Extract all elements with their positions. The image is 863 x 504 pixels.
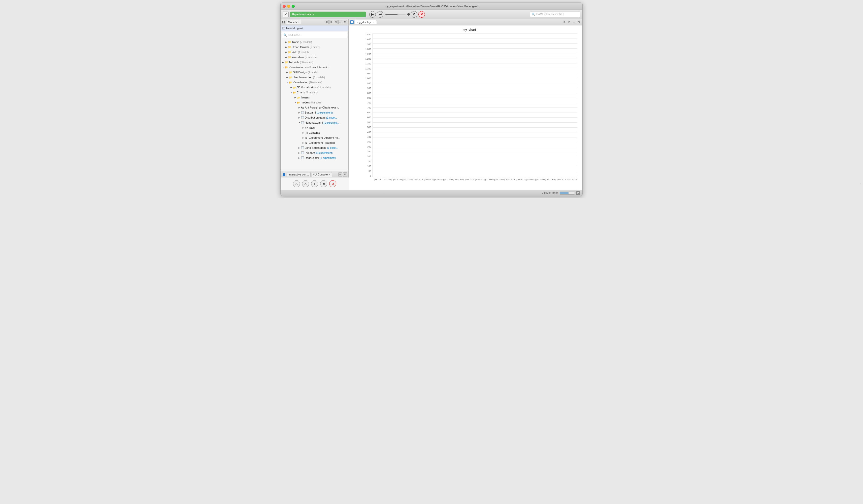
y-axis-label: 1,050: [365, 73, 371, 75]
tree-item-heatmap-gaml[interactable]: ▼ Heatmap.gaml (1 experime...: [280, 120, 348, 125]
y-axis: 1,4501,4001,3501,3001,2501,2001,1501,100…: [361, 34, 373, 177]
panel-icon-1[interactable]: ⊞: [325, 20, 329, 24]
tree-item-long-series[interactable]: ▶ Long Series.gaml (1 exper...: [280, 145, 348, 150]
panel-icon: [282, 21, 285, 24]
console-icon-2[interactable]: ✕: [343, 172, 347, 177]
status-label: Experiment ready: [292, 13, 314, 16]
tree-item-urban-growth[interactable]: ▶ 📁 Urban Growth (1 model): [280, 44, 348, 50]
maximize-button[interactable]: [292, 5, 295, 8]
svg-rect-24: [578, 193, 579, 194]
tree-arrow-ant: ▶: [298, 106, 301, 109]
console-tab[interactable]: 💬 Console ✕: [312, 172, 332, 177]
toolbar: Experiment ready ▶ ⏭ ↺ ✕ 🔍 GAML referenc…: [280, 10, 583, 19]
tree-item-visualization[interactable]: ▼ 📂 Visualization (20 models): [280, 80, 348, 85]
interactive-tab-label: Interactive con...: [288, 173, 309, 176]
tree-item-exp-different[interactable]: ▶ ▶ Experiment Different he...: [280, 135, 348, 140]
display-icon-filter[interactable]: ⊞: [562, 20, 566, 24]
console-btn-a1[interactable]: A: [293, 180, 300, 187]
tree-item-waterflow[interactable]: ▶ 📁 Waterflow (5 models): [280, 55, 348, 60]
svg-rect-14: [303, 121, 303, 124]
tree-arrow-tags: ▶: [302, 126, 305, 129]
play-button[interactable]: ▶: [369, 11, 376, 18]
x-axis-label: [25.0:30.0]: [424, 177, 434, 181]
speed-slider[interactable]: [385, 14, 405, 15]
x-axis-label: [50.0:55.0]: [475, 177, 485, 181]
console-btn-pause[interactable]: ⏸: [311, 180, 318, 187]
tree-arrow-contents: ▶: [302, 131, 305, 134]
y-axis-label: 550: [367, 121, 371, 124]
console-btn-stop2[interactable]: ⊘: [329, 180, 336, 187]
display-icon-minimize[interactable]: —: [572, 20, 576, 24]
tree-item-tutorials[interactable]: ▶ 📁 Tutorials (30 models): [280, 60, 348, 65]
tree-item-vote[interactable]: ▶ 📁 Vote (1 model): [280, 50, 348, 55]
svg-rect-2: [283, 22, 283, 23]
tree-arrow-distribution: ▶: [298, 116, 301, 119]
tree-item-radar-gaml[interactable]: ▶ Radar.gaml (1 experiment): [280, 155, 348, 160]
minimize-button[interactable]: [287, 5, 290, 8]
tree-item-viz-user[interactable]: ▼ 📂 Visualization and User Interactio...: [280, 65, 348, 70]
models-tab[interactable]: Models ✕: [286, 20, 301, 24]
tree-item-ant-foraging[interactable]: ▶ 🐜 Ant Foraging (Charts exam...: [280, 105, 348, 110]
interactive-icon: 👤: [282, 173, 286, 176]
y-axis-label: 350: [367, 141, 371, 143]
x-axis-label: [60.0:65.0]: [495, 177, 505, 181]
display-tab[interactable]: my_display ✕: [355, 20, 377, 24]
y-axis-label: 1,350: [365, 43, 371, 46]
tree-folder-icon-vote: 📁: [288, 50, 291, 54]
models-tab-close[interactable]: ✕: [298, 21, 300, 23]
tree-item-tags[interactable]: ▶ 🏷 Tags: [280, 125, 348, 130]
panel-icon-5[interactable]: ✕: [343, 20, 347, 24]
tree-item-user-interaction[interactable]: ▶ 📁 User Interaction (6 models): [280, 75, 348, 80]
tree-item-gui[interactable]: ▶ 📁 GUI Design (1 model): [280, 70, 348, 75]
console-icon-1[interactable]: —: [338, 172, 342, 177]
traffic-lights: [283, 5, 295, 8]
tree-item-distribution-gaml[interactable]: ▶ Distribution.gaml (1 exper...: [280, 115, 348, 120]
y-axis-label: 1,400: [365, 38, 371, 40]
tree-item-contents[interactable]: ▶ ◎ Contents: [280, 130, 348, 135]
reset-button[interactable]: ↺: [411, 11, 417, 18]
display-icon-maximize[interactable]: ⊡: [577, 20, 581, 24]
tree-item-traffic[interactable]: ▶ 📁 Traffic (2 models): [280, 40, 348, 44]
svg-rect-11: [303, 117, 303, 118]
bottom-panel-header: 👤 Interactive con... 💬 Console ✕ — ✕: [280, 171, 348, 178]
tree-arrow-models-folder: ▼: [294, 101, 297, 104]
gaml-search[interactable]: 🔍 GAML reference (⌥⌘H): [530, 12, 580, 17]
tree-item-models-folder[interactable]: ▼ 📂 models (8 models): [280, 100, 348, 105]
console-btn-a2[interactable]: A: [302, 180, 309, 187]
step-button[interactable]: ⏭: [377, 11, 384, 18]
x-axis-label: [45.0:50.0]: [464, 177, 475, 181]
tree-arrow-long: ▶: [298, 146, 301, 149]
tree-search[interactable]: 🔍 Find model...: [282, 32, 347, 38]
file-icon: [282, 27, 285, 29]
close-button[interactable]: [283, 5, 286, 8]
tree-item-pie-gaml[interactable]: ▶ Pie.gaml (1 experiment): [280, 150, 348, 155]
tree-file-icon-ant: 🐜: [301, 106, 304, 109]
slider-handle[interactable]: [407, 13, 410, 16]
svg-rect-5: [283, 27, 284, 27]
trash-icon[interactable]: [576, 191, 580, 195]
x-axis-label: [65.0:70.0]: [505, 177, 516, 181]
panel-icons: ⊞ ⊟ ◻ — ✕: [325, 20, 347, 24]
console-tab-close[interactable]: ✕: [328, 173, 330, 176]
tree-item-bar-gaml[interactable]: ▶ Bar.gaml (1 experiment): [280, 110, 348, 115]
panel-icon-3[interactable]: ◻: [334, 20, 338, 24]
memory-fill: [560, 192, 568, 194]
tree-item-exp-heatmap[interactable]: ▶ ▶ Experiment Heatmap: [280, 140, 348, 145]
panel-icon-2[interactable]: ⊟: [329, 20, 333, 24]
display-tab-close[interactable]: ✕: [373, 21, 375, 23]
tree-item-3d-viz[interactable]: ▶ 📁 3D Visualization (11 models): [280, 85, 348, 90]
grid-icon: [282, 21, 285, 24]
interactive-tab[interactable]: Interactive con...: [287, 172, 311, 177]
display-icon-sync[interactable]: ⊟: [567, 20, 571, 24]
tree-item-charts[interactable]: ▼ 📂 Charts (8 models): [280, 90, 348, 95]
stop-button[interactable]: ✕: [418, 11, 425, 18]
svg-rect-0: [283, 21, 283, 22]
y-axis-label: 950: [367, 82, 371, 85]
panel-icon-4[interactable]: —: [338, 20, 342, 24]
chart-inner: 1,4501,4001,3501,3001,2501,2001,1501,100…: [361, 34, 577, 181]
tree-item-images[interactable]: ▶ 📁 images: [280, 95, 348, 100]
y-axis-label: 250: [367, 151, 371, 153]
edit-button[interactable]: [283, 12, 289, 17]
models-tab-label: Models: [288, 21, 297, 24]
console-btn-refresh[interactable]: ↻: [320, 180, 327, 187]
